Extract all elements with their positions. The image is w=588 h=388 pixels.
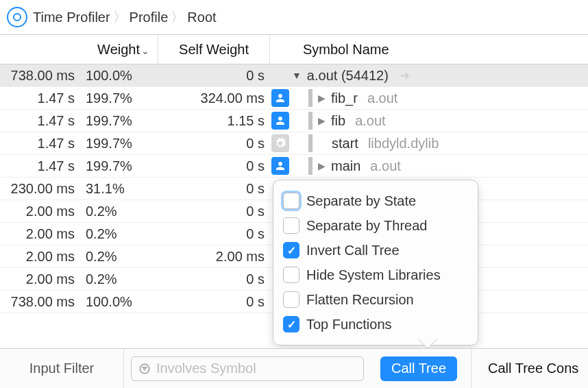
user-code-icon	[271, 112, 289, 130]
breadcrumb-root[interactable]: Root	[187, 10, 216, 25]
table-row[interactable]: 1.47 s199.7%1.15 s▶fiba.out	[0, 110, 588, 132]
symbol-cell: ▶fib_ra.out	[292, 89, 588, 107]
disclosure-triangle[interactable]: ▶	[318, 160, 326, 171]
self-weight-value: 0 s	[158, 294, 269, 310]
table-row[interactable]: 1.47 s199.7%324.00 ms▶fib_ra.out	[0, 87, 588, 110]
library-name: libdyld.dylib	[368, 136, 439, 151]
popover-option[interactable]: Hide System Libraries	[283, 263, 468, 287]
disclosure-triangle[interactable]: ▶	[318, 115, 326, 126]
table-row[interactable]: 1.47 s199.7%0 s▶maina.out	[0, 155, 588, 178]
column-header-symbol-name[interactable]: Symbol Name	[270, 42, 588, 58]
weight-value: 738.00 ms	[0, 68, 79, 84]
popover-option-label: Separate by State	[306, 193, 416, 209]
weight-percent: 0.2%	[79, 226, 158, 242]
weight-percent: 31.1%	[79, 181, 158, 197]
weight-percent: 199.7%	[79, 136, 158, 151]
weight-percent: 0.2%	[79, 271, 158, 287]
self-weight-value: 0 s	[158, 226, 269, 242]
column-headers: Weight⌄ Self Weight Symbol Name	[0, 34, 588, 64]
table-row[interactable]: 738.00 ms100.0%0 s▼a.out (54412)➜	[0, 64, 588, 87]
weight-percent: 100.0%	[79, 294, 158, 310]
self-weight-value: 324.00 ms	[158, 90, 269, 106]
popover-option-label: Flatten Recursion	[306, 292, 414, 308]
checkbox[interactable]	[283, 291, 299, 308]
popover-option-label: Separate by Thread	[306, 218, 427, 234]
self-weight-value: 0 s	[158, 158, 269, 174]
symbol-cell: startlibdyld.dylib	[292, 134, 588, 152]
symbol-search-input[interactable]	[156, 361, 356, 376]
weight-percent: 199.7%	[79, 158, 158, 174]
weight-value: 2.00 ms	[0, 204, 79, 219]
call-tree-button[interactable]: Call Tree	[380, 356, 457, 381]
user-code-icon	[271, 89, 289, 107]
filter-icon	[138, 363, 151, 375]
weight-value: 230.00 ms	[0, 181, 79, 197]
call-tree-options-popover: Separate by StateSeparate by ThreadInver…	[273, 180, 478, 345]
table-row[interactable]: 1.47 s199.7%0 sstartlibdyld.dylib	[0, 132, 588, 155]
system-code-icon	[271, 134, 289, 152]
popover-option[interactable]: Invert Call Tree	[283, 238, 468, 263]
chevron-right-icon: 〉	[171, 8, 184, 27]
self-weight-value: 0 s	[158, 181, 269, 197]
call-tree-constraints-button[interactable]: Call Tree Cons	[488, 361, 578, 376]
symbol-cell: ▼a.out (54412)➜	[292, 68, 588, 84]
weight-value: 2.00 ms	[0, 226, 79, 242]
weight-percent: 100.0%	[79, 68, 158, 84]
checkbox[interactable]	[283, 267, 299, 283]
weight-value: 2.00 ms	[0, 249, 79, 265]
popover-option[interactable]: Flatten Recursion	[283, 287, 468, 312]
self-weight-value: 0 s	[158, 204, 269, 219]
weight-value: 1.47 s	[0, 90, 79, 106]
symbol-name: main	[331, 158, 360, 174]
self-weight-value: 0 s	[158, 271, 269, 287]
goto-arrow-icon[interactable]: ➜	[400, 68, 410, 83]
popover-option-label: Invert Call Tree	[306, 243, 400, 258]
symbol-name: fib	[331, 113, 345, 129]
popover-option-label: Top Functions	[306, 317, 392, 332]
symbol-name: fib_r	[331, 90, 358, 106]
self-weight-value: 2.00 ms	[158, 249, 269, 265]
weight-value: 1.47 s	[0, 136, 79, 151]
self-weight-value: 0 s	[158, 68, 269, 84]
symbol-name: start	[332, 136, 358, 151]
time-profiler-icon	[7, 7, 27, 27]
popover-option-label: Hide System Libraries	[306, 267, 441, 283]
column-header-self-weight[interactable]: Self Weight	[158, 42, 269, 58]
breadcrumb: Time Profiler 〉 Profile 〉 Root	[0, 0, 588, 34]
weight-percent: 199.7%	[79, 90, 158, 106]
checkbox[interactable]	[283, 217, 299, 234]
checkbox[interactable]	[283, 316, 299, 332]
user-code-icon	[271, 157, 289, 175]
weight-value: 738.00 ms	[0, 294, 79, 310]
chevron-right-icon: 〉	[113, 8, 127, 27]
column-header-weight[interactable]: Weight⌄	[0, 42, 158, 58]
library-name: a.out	[367, 90, 397, 106]
weight-value: 1.47 s	[0, 158, 79, 174]
breadcrumb-profile[interactable]: Profile	[130, 10, 169, 25]
popover-option[interactable]: Top Functions	[283, 312, 468, 337]
weight-percent: 0.2%	[79, 204, 158, 219]
library-name: a.out	[355, 113, 385, 129]
symbol-cell: ▶fiba.out	[292, 112, 588, 130]
symbol-name: a.out (54412)	[307, 68, 389, 84]
self-weight-value: 0 s	[158, 136, 269, 151]
weight-value: 1.47 s	[0, 113, 79, 129]
breadcrumb-time-profiler[interactable]: Time Profiler	[33, 10, 110, 25]
checkbox[interactable]	[283, 242, 299, 258]
weight-percent: 0.2%	[79, 249, 158, 265]
checkbox[interactable]	[283, 193, 299, 209]
symbol-search-field[interactable]	[131, 356, 364, 381]
input-filter-button[interactable]: Input Filter	[0, 361, 123, 376]
sort-descending-icon: ⌄	[141, 45, 149, 56]
disclosure-triangle[interactable]: ▼	[292, 70, 302, 81]
self-weight-value: 1.15 s	[158, 113, 269, 129]
weight-percent: 199.7%	[79, 113, 158, 129]
disclosure-triangle[interactable]: ▶	[318, 93, 326, 104]
symbol-cell: ▶maina.out	[292, 157, 588, 175]
library-name: a.out	[370, 158, 400, 174]
popover-option[interactable]: Separate by State	[283, 189, 468, 213]
popover-option[interactable]: Separate by Thread	[283, 213, 468, 238]
weight-value: 2.00 ms	[0, 271, 79, 287]
bottom-toolbar: Input Filter Call Tree Call Tree Cons	[0, 348, 588, 388]
